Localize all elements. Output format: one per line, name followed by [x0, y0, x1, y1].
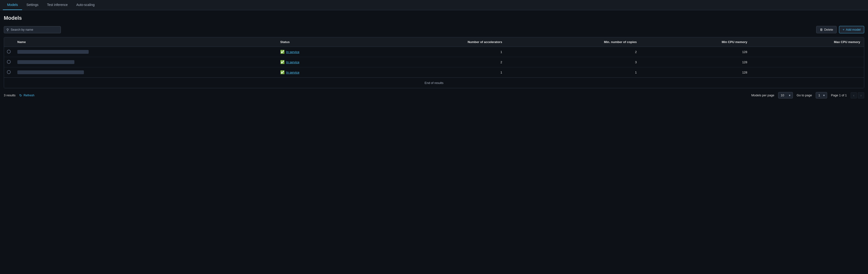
per-page-label: Models per page: [751, 93, 774, 97]
name-cell: [17, 60, 273, 64]
row-max-cpu-cell: [751, 67, 864, 78]
col-header-status: Status: [276, 37, 366, 47]
action-buttons: 🗑 Delete + Add model: [816, 26, 864, 33]
search-icon: ⚲: [6, 28, 9, 32]
table-row: ✅ In service 1 1 128: [4, 67, 864, 78]
row-radio-cell: [4, 67, 13, 78]
add-model-button[interactable]: + Add model: [839, 26, 864, 33]
radio-button[interactable]: [7, 70, 11, 74]
page-content: Models ⚲ 🗑 Delete + Add model Name St: [0, 10, 868, 104]
row-min-cpu-cell: 128: [641, 57, 751, 67]
row-accelerators-cell: 1: [366, 47, 506, 57]
per-page-select-wrapper: 10 25 50 100 ▼: [778, 92, 793, 98]
col-header-name: Name: [13, 37, 276, 47]
add-model-label: Add model: [846, 28, 861, 31]
row-max-cpu-cell: [751, 57, 864, 67]
name-bar: [17, 60, 74, 64]
row-name-cell: [13, 57, 276, 67]
row-status-cell: ✅ In service: [276, 67, 366, 78]
add-icon: +: [843, 28, 844, 31]
tab-models[interactable]: Models: [3, 0, 22, 10]
page-title: Models: [4, 15, 864, 21]
row-max-cpu-cell: [751, 47, 864, 57]
goto-page-select[interactable]: 1: [816, 92, 827, 98]
pagination-controls: Models per page 10 25 50 100 ▼ Go to pag…: [751, 92, 864, 98]
row-radio-cell: [4, 57, 13, 67]
refresh-icon: ↻: [19, 93, 22, 97]
in-service-icon: ✅: [280, 70, 285, 74]
status-cell: ✅ In service: [280, 50, 362, 54]
row-min-cpu-cell: 128: [641, 67, 751, 78]
tabs-bar: Models Settings Test inference Auto-scal…: [0, 0, 868, 10]
end-of-results: End of results: [4, 78, 864, 88]
table-footer: 3 results ↻ Refresh Models per page 10 2…: [4, 91, 864, 99]
status-link[interactable]: In service: [286, 50, 300, 54]
name-bar: [17, 50, 89, 54]
row-radio-cell: [4, 47, 13, 57]
search-input[interactable]: [11, 28, 58, 31]
row-name-cell: [13, 67, 276, 78]
status-cell: ✅ In service: [280, 60, 362, 64]
refresh-label: Refresh: [24, 93, 34, 97]
refresh-button[interactable]: ↻ Refresh: [19, 93, 34, 98]
tab-auto-scaling[interactable]: Auto-scaling: [72, 0, 99, 10]
col-header-accelerators: Number of accelerators: [366, 37, 506, 47]
table-header-row: Name Status Number of accelerators Min. …: [4, 37, 864, 47]
col-header-max-cpu: Max CPU memory: [751, 37, 864, 47]
in-service-icon: ✅: [280, 50, 285, 54]
table-row: ✅ In service 2 3 128: [4, 57, 864, 67]
table-row: ✅ In service 1 2 128: [4, 47, 864, 57]
toolbar: ⚲ 🗑 Delete + Add model: [4, 26, 864, 33]
row-min-cpu-cell: 128: [641, 47, 751, 57]
status-cell: ✅ In service: [280, 70, 362, 74]
results-info: 3 results ↻ Refresh: [4, 93, 34, 98]
radio-button[interactable]: [7, 60, 11, 64]
models-table: Name Status Number of accelerators Min. …: [4, 37, 864, 88]
delete-icon: 🗑: [820, 28, 823, 31]
name-cell: [17, 50, 273, 54]
row-status-cell: ✅ In service: [276, 57, 366, 67]
name-bar: [17, 70, 84, 74]
per-page-select[interactable]: 10 25 50 100: [778, 92, 793, 98]
col-header-checkbox: [4, 37, 13, 47]
in-service-icon: ✅: [280, 60, 285, 64]
goto-page-label: Go to page: [797, 93, 812, 97]
radio-button[interactable]: [7, 50, 11, 54]
row-min-copies-cell: 2: [506, 47, 641, 57]
search-container: ⚲: [4, 26, 61, 33]
status-link[interactable]: In service: [286, 60, 300, 64]
row-min-copies-cell: 1: [506, 67, 641, 78]
page-info: Page 1 of 1: [831, 93, 847, 97]
tab-test-inference[interactable]: Test inference: [43, 0, 72, 10]
goto-page-select-wrapper: 1 ▼: [816, 92, 827, 98]
row-accelerators-cell: 2: [366, 57, 506, 67]
name-cell: [17, 70, 273, 74]
nav-buttons: ‹ ›: [851, 92, 864, 98]
tab-settings[interactable]: Settings: [22, 0, 43, 10]
col-header-min-copies: Min. number of copies: [506, 37, 641, 47]
status-link[interactable]: In service: [286, 71, 300, 74]
delete-label: Delete: [824, 28, 833, 31]
row-accelerators-cell: 1: [366, 67, 506, 78]
prev-page-button[interactable]: ‹: [851, 92, 857, 98]
results-count: 3 results: [4, 93, 16, 97]
next-page-button[interactable]: ›: [858, 92, 864, 98]
row-min-copies-cell: 3: [506, 57, 641, 67]
row-name-cell: [13, 47, 276, 57]
col-header-min-cpu: Min CPU memory: [641, 37, 751, 47]
row-status-cell: ✅ In service: [276, 47, 366, 57]
delete-button[interactable]: 🗑 Delete: [816, 26, 837, 33]
